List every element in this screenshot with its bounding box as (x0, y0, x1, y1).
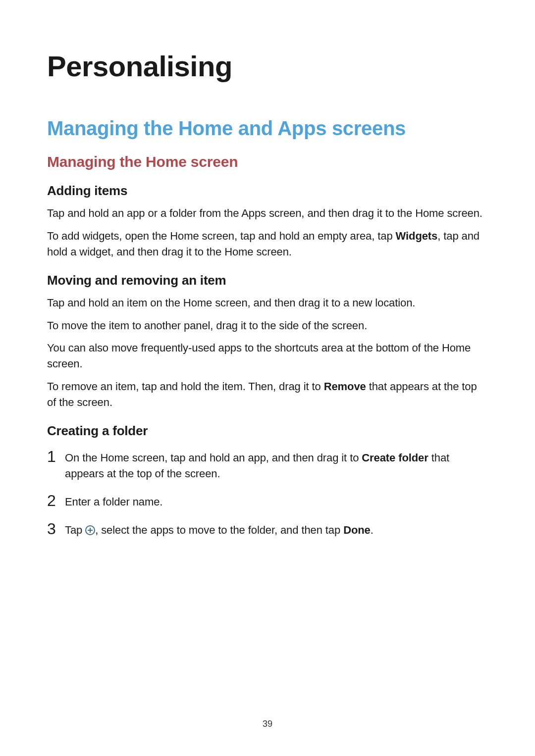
step-item: 3 Tap , select the apps to move to the f… (47, 521, 488, 538)
body-paragraph: You can also move frequently-used apps t… (47, 340, 488, 372)
text-run: To add widgets, open the Home screen, ta… (47, 230, 396, 242)
step-number: 3 (47, 521, 65, 537)
step-body: Enter a folder name. (65, 493, 488, 510)
step-number: 1 (47, 449, 65, 464)
step-body: On the Home screen, tap and hold an app,… (65, 449, 488, 482)
body-paragraph: To add widgets, open the Home screen, ta… (47, 228, 488, 260)
text-run: . (371, 524, 374, 536)
bold-text: Remove (324, 380, 366, 393)
step-item: 2 Enter a folder name. (47, 493, 488, 510)
subsection-heading: Managing the Home screen (47, 153, 488, 170)
topic-heading-adding-items: Adding items (47, 183, 488, 199)
document-page: Personalising Managing the Home and Apps… (0, 0, 535, 756)
section-heading: Managing the Home and Apps screens (47, 117, 488, 140)
step-item: 1 On the Home screen, tap and hold an ap… (47, 449, 488, 482)
body-paragraph: Tap and hold an app or a folder from the… (47, 205, 488, 221)
page-number: 39 (0, 719, 535, 729)
bold-text: Widgets (396, 230, 438, 242)
text-run: , select the apps to move to the folder,… (95, 524, 343, 536)
plus-circle-icon (85, 524, 95, 534)
step-number: 2 (47, 493, 65, 508)
text-run: Tap (65, 524, 85, 536)
body-paragraph: To remove an item, tap and hold the item… (47, 379, 488, 410)
topic-heading-moving-removing: Moving and removing an item (47, 273, 488, 288)
bold-text: Done (343, 524, 371, 536)
topic-heading-creating-folder: Creating a folder (47, 423, 488, 439)
text-run: On the Home screen, tap and hold an app,… (65, 452, 362, 464)
bold-text: Create folder (362, 452, 428, 464)
step-body: Tap , select the apps to move to the fol… (65, 521, 488, 538)
page-title: Personalising (47, 50, 488, 83)
text-run: To remove an item, tap and hold the item… (47, 380, 324, 393)
body-paragraph: To move the item to another panel, drag … (47, 318, 488, 334)
body-paragraph: Tap and hold an item on the Home screen,… (47, 295, 488, 311)
ordered-steps: 1 On the Home screen, tap and hold an ap… (47, 449, 488, 538)
